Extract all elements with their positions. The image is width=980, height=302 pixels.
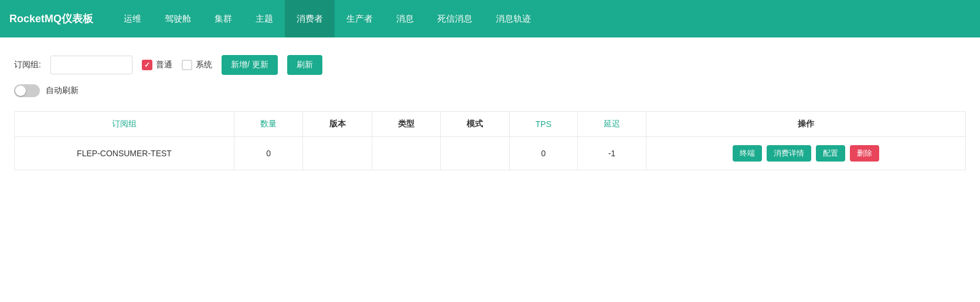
navbar: RocketMQ仪表板 运维 驾驶舱 集群 主题 消费者 生产者 消息 死信消息…	[0, 0, 980, 37]
cell-type	[372, 137, 440, 170]
normal-checkbox-group: 普通	[142, 60, 172, 70]
col-delay[interactable]: 延迟	[577, 112, 646, 137]
system-checkbox-label: 系统	[196, 60, 212, 70]
brand-title: RocketMQ仪表板	[9, 12, 93, 26]
cell-delay: -1	[577, 137, 646, 170]
col-subscription-group[interactable]: 订阅组	[15, 112, 234, 137]
nav-item-cockpit[interactable]: 驾驶舱	[153, 0, 203, 37]
action-buttons-group: 终端消费详情配置删除	[656, 145, 956, 162]
nav-item-cluster[interactable]: 集群	[203, 0, 244, 37]
subscription-group-input[interactable]	[50, 56, 132, 74]
consumer-table: 订阅组 数量 版本 类型 模式 TPS 延迟 操作 FLEP-CONSUMER-…	[14, 111, 966, 170]
nav-item-ops[interactable]: 运维	[112, 0, 153, 37]
nav-menu: 运维 驾驶舱 集群 主题 消费者 生产者 消息 死信消息 消息轨迹	[112, 0, 543, 37]
system-checkbox-group: 系统	[182, 60, 212, 70]
nav-item-message[interactable]: 消息	[384, 0, 426, 37]
toggle-knob	[15, 85, 26, 96]
auto-refresh-bar: 自动刷新	[14, 84, 966, 97]
auto-refresh-toggle[interactable]	[14, 84, 40, 97]
col-type: 类型	[372, 112, 440, 137]
normal-checkbox[interactable]	[142, 60, 152, 70]
add-update-button[interactable]: 新增/ 更新	[222, 55, 278, 75]
col-action: 操作	[646, 112, 966, 137]
normal-checkbox-label: 普通	[156, 60, 172, 70]
col-version: 版本	[303, 112, 372, 137]
cell-actions: 终端消费详情配置删除	[646, 137, 966, 170]
action-btn-0[interactable]: 终端	[733, 145, 762, 162]
action-btn-3[interactable]: 删除	[850, 145, 879, 162]
cell-version	[303, 137, 372, 170]
action-btn-2[interactable]: 配置	[816, 145, 845, 162]
col-count[interactable]: 数量	[234, 112, 303, 137]
system-checkbox[interactable]	[182, 60, 192, 70]
cell-count: 0	[234, 137, 303, 170]
cell-tps: 0	[509, 137, 577, 170]
nav-item-message-trace[interactable]: 消息轨迹	[484, 0, 543, 37]
nav-item-dead-letter[interactable]: 死信消息	[426, 0, 484, 37]
cell-subscription-group: FLEP-CONSUMER-TEST	[15, 137, 234, 170]
table-header-row: 订阅组 数量 版本 类型 模式 TPS 延迟 操作	[15, 112, 966, 137]
action-btn-1[interactable]: 消费详情	[767, 145, 811, 162]
refresh-button[interactable]: 刷新	[287, 55, 322, 75]
col-tps[interactable]: TPS	[509, 112, 577, 137]
col-mode: 模式	[441, 112, 509, 137]
nav-item-topic[interactable]: 主题	[244, 0, 285, 37]
filter-bar: 订阅组: 普通 系统 新增/ 更新 刷新	[14, 55, 966, 75]
table-row: FLEP-CONSUMER-TEST00-1终端消费详情配置删除	[15, 137, 966, 170]
main-content: 订阅组: 普通 系统 新增/ 更新 刷新 自动刷新 订阅组 数量 版本 类型	[0, 37, 980, 302]
cell-mode	[441, 137, 509, 170]
nav-item-producer[interactable]: 生产者	[335, 0, 384, 37]
nav-item-consumer[interactable]: 消费者	[285, 0, 335, 37]
auto-refresh-label: 自动刷新	[46, 85, 79, 96]
subscription-group-label: 订阅组:	[14, 60, 41, 70]
